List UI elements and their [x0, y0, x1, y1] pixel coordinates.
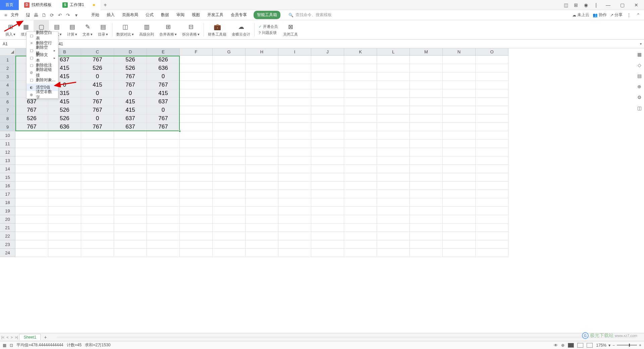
cell[interactable]: 526 — [15, 114, 48, 123]
dropdown-icon[interactable]: ▾ — [73, 12, 79, 18]
side-icon-2[interactable]: ◇ — [636, 62, 643, 68]
cell[interactable] — [278, 140, 311, 148]
menu-tab-data[interactable]: 数据 — [160, 11, 170, 19]
view-page[interactable] — [577, 343, 583, 348]
tab-home[interactable]: 首页 — [0, 0, 19, 10]
cell[interactable]: 415 — [147, 89, 180, 98]
dropdown-item-0[interactable]: ▢删除空白表 — [26, 32, 58, 39]
cell[interactable] — [180, 182, 213, 190]
cell[interactable] — [180, 148, 213, 156]
cell[interactable] — [213, 249, 246, 257]
cell[interactable] — [81, 207, 114, 215]
cell[interactable] — [311, 215, 344, 223]
cell[interactable] — [377, 215, 410, 223]
tool-close[interactable]: ⊠关闭工具 — [280, 20, 301, 39]
cell[interactable] — [410, 89, 443, 98]
cell[interactable] — [476, 240, 508, 249]
cell[interactable]: 0 — [114, 89, 147, 98]
cell[interactable] — [410, 131, 443, 140]
cell[interactable] — [15, 148, 48, 156]
cell[interactable] — [344, 165, 377, 173]
cell[interactable] — [344, 190, 377, 198]
cell[interactable] — [246, 72, 278, 81]
cell[interactable] — [443, 240, 476, 249]
row-header-5[interactable]: 5 — [0, 89, 15, 98]
cell[interactable] — [180, 56, 213, 64]
tab-workbook[interactable]: S 工作簿1 — [57, 0, 100, 10]
zoom-in[interactable]: + — [639, 343, 641, 348]
cell[interactable] — [476, 173, 508, 182]
cell[interactable] — [377, 81, 410, 89]
cell[interactable] — [147, 156, 180, 165]
cell[interactable] — [278, 123, 311, 131]
cell[interactable] — [81, 198, 114, 207]
cell[interactable] — [114, 140, 147, 148]
cell[interactable] — [180, 64, 213, 72]
cell[interactable] — [180, 232, 213, 240]
cell[interactable] — [278, 81, 311, 89]
row-header-14[interactable]: 14 — [0, 165, 15, 173]
grid-icon[interactable]: ⊞ — [573, 2, 579, 8]
cell[interactable] — [180, 131, 213, 140]
cell[interactable] — [311, 106, 344, 114]
row-header-15[interactable]: 15 — [0, 173, 15, 182]
cell[interactable] — [114, 182, 147, 190]
cell[interactable] — [213, 223, 246, 232]
cell[interactable] — [246, 182, 278, 190]
cell[interactable] — [114, 173, 147, 182]
cell[interactable] — [147, 140, 180, 148]
print-icon[interactable]: 🖶 — [33, 12, 39, 18]
cell[interactable] — [147, 182, 180, 190]
cell[interactable]: 415 — [114, 98, 147, 106]
cell[interactable]: 0 — [147, 106, 180, 114]
cell[interactable] — [344, 173, 377, 182]
tool-calc[interactable]: ▤计算▾ — [64, 20, 80, 39]
cell[interactable] — [410, 173, 443, 182]
cell[interactable] — [311, 131, 344, 140]
cell[interactable]: 767 — [147, 81, 180, 89]
menu-tab-view[interactable]: 视图 — [191, 11, 201, 19]
cell[interactable] — [278, 240, 311, 249]
menu-tab-smart[interactable]: 智能工具箱 — [254, 11, 280, 19]
status-icon-2[interactable]: ⊡ — [10, 343, 13, 348]
row-header-19[interactable]: 19 — [0, 207, 15, 215]
cell[interactable] — [278, 190, 311, 198]
cell[interactable]: 0 — [81, 72, 114, 81]
cell[interactable] — [180, 240, 213, 249]
cell[interactable] — [81, 223, 114, 232]
cell[interactable] — [443, 81, 476, 89]
cell[interactable] — [311, 190, 344, 198]
cell[interactable] — [278, 106, 311, 114]
hamburger-icon[interactable]: ≡ — [3, 12, 9, 18]
layout-icon[interactable]: ◫ — [563, 2, 569, 8]
cell[interactable] — [180, 98, 213, 106]
cell[interactable] — [410, 140, 443, 148]
cell[interactable] — [311, 165, 344, 173]
col-header-H[interactable]: H — [246, 48, 278, 56]
cell[interactable] — [443, 249, 476, 257]
cell[interactable]: 626 — [147, 56, 180, 64]
tab-template[interactable]: D 找稻壳模板 — [19, 0, 57, 10]
cell[interactable] — [246, 207, 278, 215]
cell[interactable] — [278, 114, 311, 123]
cell[interactable] — [180, 123, 213, 131]
cell[interactable] — [246, 190, 278, 198]
maximize-button[interactable]: ▢ — [617, 2, 627, 8]
cell[interactable] — [344, 148, 377, 156]
cell[interactable] — [311, 232, 344, 240]
tool-text[interactable]: ✎文本▾ — [80, 20, 95, 39]
cell[interactable]: 767 — [147, 123, 180, 131]
cell[interactable] — [377, 72, 410, 81]
col-header-K[interactable]: K — [344, 48, 377, 56]
cell[interactable] — [476, 207, 508, 215]
feedback-button[interactable]: ?问题反馈 — [259, 30, 278, 35]
cell[interactable] — [114, 156, 147, 165]
cell[interactable] — [81, 182, 114, 190]
cell[interactable] — [476, 98, 508, 106]
cell[interactable] — [443, 198, 476, 207]
cell[interactable]: 767 — [15, 123, 48, 131]
row-header-6[interactable]: 6 — [0, 98, 15, 106]
cell[interactable] — [344, 56, 377, 64]
zoom-out[interactable]: − — [612, 343, 615, 348]
cell[interactable] — [48, 198, 81, 207]
